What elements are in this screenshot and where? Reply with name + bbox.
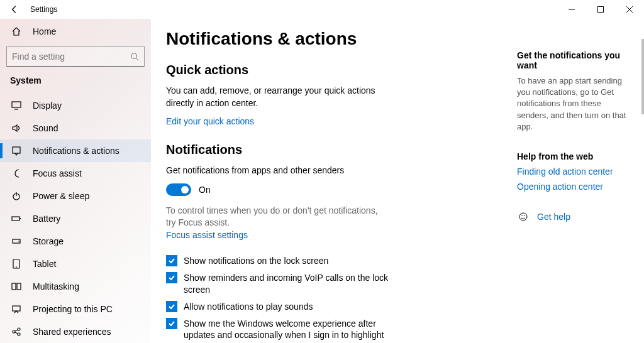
storage-icon [10,236,23,246]
svg-rect-9 [12,217,19,220]
check-row-2: Allow notifications to play sounds [166,301,392,313]
page-title: Notifications & actions [166,29,497,49]
maximize-button[interactable] [586,0,615,19]
content-pane: Notifications & actions Quick actions Yo… [151,19,512,343]
power-icon [10,191,23,201]
notifications-heading: Notifications [166,143,497,157]
tablet-icon [10,259,23,269]
sidebar-item-label: Focus assist [33,168,82,178]
svg-point-20 [18,333,20,335]
check-label-2: Allow notifications to play sounds [184,301,313,313]
sidebar-item-tablet[interactable]: Tablet [0,253,151,275]
focus-icon [10,168,23,178]
get-help-icon [517,212,530,222]
svg-point-25 [524,215,525,216]
sidebar-item-label: Battery [33,214,60,224]
back-button[interactable] [9,0,20,19]
svg-rect-10 [19,218,21,219]
check-label-3: Show me the Windows welcome experience a… [184,318,392,343]
battery-icon [10,214,23,224]
sidebar-item-power[interactable]: Power & sleep [0,185,151,207]
minimize-button[interactable] [557,0,586,19]
sidebar-item-shared[interactable]: Shared experiences [0,320,151,343]
notifications-icon [10,146,23,156]
sidebar-item-display[interactable]: Display [0,94,151,117]
sidebar-item-label: Projecting to this PC [33,304,113,314]
svg-rect-1 [598,7,604,13]
section-system: System [0,72,151,94]
get-help-link[interactable]: Get help [537,212,570,222]
sidebar-item-label: Storage [33,236,64,246]
check-row-0: Show notifications on the lock screen [166,255,392,267]
svg-rect-6 [13,147,20,153]
svg-point-2 [131,53,137,59]
window-title: Settings [30,5,57,14]
edit-quick-actions-link[interactable]: Edit your quick actions [166,116,254,126]
display-icon [10,101,23,111]
sidebar: Home System DisplaySoundNotifications & … [0,19,151,343]
check-row-3: Show me the Windows welcome experience a… [166,318,392,343]
notifications-toggle-label: Get notifications from apps and other se… [166,165,380,177]
checkbox-0[interactable] [166,255,177,266]
svg-point-12 [18,241,19,242]
check-row-1: Show reminders and incoming VoIP calls o… [166,272,392,296]
svg-line-21 [15,330,18,331]
svg-line-22 [15,332,18,334]
projecting-icon [10,304,23,314]
home-button[interactable]: Home [0,19,151,44]
sidebar-item-focus[interactable]: Focus assist [0,162,151,185]
home-icon [10,26,23,36]
check-label-0: Show notifications on the lock screen [184,255,328,267]
tip-heading: Get the notifications you want [517,50,634,70]
help-link-1[interactable]: Opening action center [517,182,634,192]
sidebar-item-label: Shared experiences [33,327,111,337]
sidebar-item-storage[interactable]: Storage [0,230,151,253]
close-button[interactable] [615,0,644,19]
sound-icon [10,123,23,133]
svg-rect-16 [17,283,21,290]
notifications-toggle-state: On [199,185,211,195]
main: Notifications & actions Quick actions Yo… [151,19,644,343]
sidebar-item-sound[interactable]: Sound [0,117,151,139]
focus-assist-hint: To control times when you do or don't ge… [166,205,380,229]
quick-actions-heading: Quick actions [166,63,497,77]
svg-rect-17 [13,306,20,311]
help-link-0[interactable]: Finding old action center [517,166,634,177]
notifications-toggle[interactable] [166,183,191,196]
sidebar-item-label: Power & sleep [33,191,89,201]
svg-point-19 [18,328,20,330]
sidebar-item-label: Display [33,101,62,111]
svg-point-18 [13,330,15,333]
sidebar-item-multitasking[interactable]: Multitasking [0,275,151,298]
svg-rect-4 [12,102,21,107]
search-icon [130,52,139,61]
scrollbar[interactable] [640,19,644,343]
checkbox-1[interactable] [166,272,177,283]
sidebar-item-battery[interactable]: Battery [0,207,151,230]
sidebar-item-label: Multitasking [33,281,79,291]
sidebar-item-label: Sound [33,123,58,133]
multitasking-icon [10,281,23,291]
home-label: Home [33,26,56,36]
focus-assist-link[interactable]: Focus assist settings [166,230,248,240]
quick-actions-desc: You can add, remove, or rearrange your q… [166,85,380,109]
search-input[interactable] [6,46,145,67]
aside: Get the notifications you want To have a… [512,19,644,343]
check-label-1: Show reminders and incoming VoIP calls o… [184,272,392,296]
titlebar: Settings [0,0,644,19]
svg-rect-15 [12,283,16,290]
sidebar-item-label: Notifications & actions [33,146,119,156]
sidebar-item-notifications[interactable]: Notifications & actions [0,139,151,162]
svg-line-3 [136,58,139,61]
help-heading: Help from the web [517,151,634,161]
search-field[interactable] [12,52,130,62]
checkbox-2[interactable] [166,301,177,312]
shared-icon [10,327,23,337]
checkbox-3[interactable] [166,318,177,329]
svg-point-23 [519,213,527,220]
sidebar-item-projecting[interactable]: Projecting to this PC [0,298,151,320]
svg-point-24 [521,215,523,216]
sidebar-item-label: Tablet [33,259,56,269]
tip-body: To have an app start sending you notific… [517,75,634,133]
